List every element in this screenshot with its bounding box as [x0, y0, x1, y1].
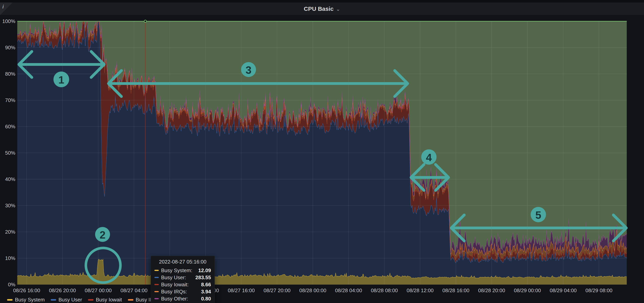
y-tick-label: 100% [0, 19, 15, 24]
tooltip-label: Busy Iowait: [161, 282, 201, 288]
x-tick-label: 08/28 16:00 [442, 288, 469, 294]
tooltip-swatch [154, 270, 159, 271]
tooltip-value: 3.94 [201, 289, 211, 295]
annotation-number: 2 [100, 229, 106, 241]
legend-swatch [88, 299, 94, 301]
y-tick-label: 0% [0, 282, 15, 287]
x-tick-label: 08/26 20:00 [49, 288, 76, 294]
tooltip: 2022-08-27 05:16:00 Busy System:12.09Bus… [151, 256, 215, 303]
tooltip-label: Busy IRQs: [161, 289, 201, 295]
legend-swatch [7, 299, 12, 301]
tooltip-row: Busy Other:0.80 [154, 295, 211, 302]
cursor-point [144, 20, 146, 22]
y-tick-label: 40% [0, 177, 15, 182]
x-tick-label: 08/27 16:00 [228, 288, 254, 294]
y-tick-label: 90% [0, 45, 15, 50]
x-tick-label: 08/28 20:00 [478, 288, 505, 294]
tooltip-label: Busy Other: [161, 296, 201, 302]
legend-label: Busy System [15, 297, 45, 303]
x-tick-label: 08/27 00:00 [85, 288, 112, 294]
x-tick-label: 08/28 04:00 [335, 288, 362, 294]
x-tick-label: 08/28 12:00 [407, 288, 434, 294]
x-tick-label: 08/29 08:00 [586, 288, 612, 294]
legend-item[interactable]: Busy System [7, 297, 45, 303]
annotation-number: 1 [58, 74, 64, 86]
tooltip-swatch [154, 277, 159, 278]
annotation-badge: 1 [54, 72, 69, 87]
annotation-badge: 5 [531, 207, 546, 222]
annotation-number: 4 [426, 152, 432, 163]
annotation-badge: 2 [95, 227, 110, 242]
legend-item[interactable]: Busy User [51, 297, 82, 303]
x-tick-label: 08/27 04:00 [120, 288, 147, 294]
x-tick-label: 08/29 04:00 [550, 288, 576, 294]
annotation-badge: 3 [241, 62, 256, 77]
y-tick-label: 30% [0, 203, 15, 208]
y-tick-label: 50% [0, 150, 15, 156]
x-tick-label: 08/28 00:00 [300, 288, 326, 294]
tooltip-value: 12.09 [198, 268, 211, 274]
cpu-usage-chart[interactable]: 12345 [0, 0, 644, 303]
tooltip-value: 0.80 [201, 296, 211, 302]
tooltip-row: Busy User:283.55 [154, 274, 211, 281]
tooltip-swatch [154, 291, 159, 292]
x-tick-label: 08/26 16:00 [13, 288, 40, 294]
annotation-number: 3 [246, 64, 252, 76]
tooltip-label: Busy User: [161, 274, 195, 280]
legend: Busy SystemBusy UserBusy IowaitBusy IRQs [7, 297, 160, 303]
tooltip-row: Busy Iowait:8.66 [154, 281, 211, 288]
legend-swatch [51, 299, 56, 301]
tooltip-swatch [154, 284, 159, 285]
x-tick-label: 08/28 08:00 [371, 288, 398, 294]
x-tick-label: 08/27 20:00 [264, 288, 290, 294]
annotation-badge: 4 [421, 149, 436, 165]
y-tick-label: 20% [0, 229, 15, 234]
tooltip-swatch [154, 298, 159, 299]
legend-label: Busy User [58, 297, 82, 303]
tooltip-rows: Busy System:12.09Busy User:283.55Busy Io… [154, 267, 211, 302]
annotation-number: 5 [535, 209, 541, 221]
tooltip-label: Busy System: [161, 268, 198, 274]
grafana-cpu-panel: CPU Basic ⌄ i 12345 0%10%20%30%40%50%60%… [0, 0, 644, 303]
y-tick-label: 80% [0, 71, 15, 76]
y-tick-label: 10% [0, 256, 15, 261]
tooltip-value: 283.55 [195, 274, 211, 280]
legend-label: Busy Iowait [96, 297, 122, 303]
y-tick-label: 70% [0, 98, 15, 103]
x-tick-label: 08/29 00:00 [514, 288, 541, 294]
legend-swatch [128, 299, 134, 301]
tooltip-value: 8.66 [201, 282, 211, 288]
y-tick-label: 60% [0, 124, 15, 129]
tooltip-timestamp: 2022-08-27 05:16:00 [154, 259, 211, 265]
tooltip-row: Busy IRQs:3.94 [154, 288, 211, 295]
tooltip-row: Busy System:12.09 [154, 267, 211, 274]
legend-item[interactable]: Busy Iowait [88, 297, 122, 303]
